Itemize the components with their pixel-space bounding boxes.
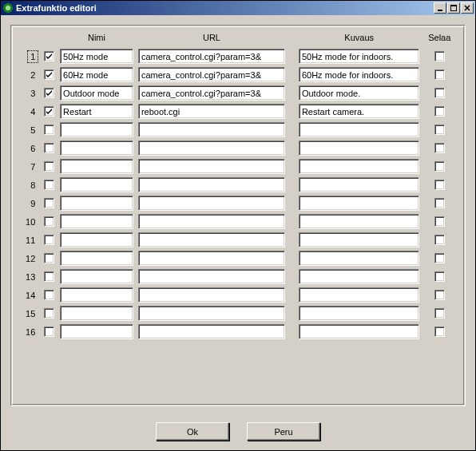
kuvaus-input[interactable] [299,232,420,247]
header-url: URL [136,32,288,47]
kuvaus-input[interactable] [299,214,420,229]
row-number: 16 [23,326,38,338]
url-input[interactable] [138,177,285,192]
nimi-input[interactable] [60,287,133,303]
table-row: 3 [19,84,457,102]
enabled-checkbox[interactable] [44,308,54,318]
enabled-checkbox[interactable] [44,88,54,98]
enabled-checkbox[interactable] [44,143,54,153]
kuvaus-input[interactable] [299,104,420,119]
kuvaus-input[interactable] [299,177,420,192]
selaa-checkbox[interactable] [434,143,445,153]
selaa-checkbox[interactable] [434,51,445,61]
selaa-checkbox[interactable] [434,271,445,282]
enabled-checkbox[interactable] [44,290,54,300]
nimi-input[interactable] [60,140,133,156]
kuvaus-input[interactable] [299,67,420,82]
nimi-input[interactable] [60,159,133,174]
enabled-checkbox[interactable] [44,271,54,282]
url-input[interactable] [138,287,285,303]
enabled-checkbox[interactable] [44,125,54,135]
selaa-checkbox[interactable] [434,253,445,263]
table-row: 15 [19,304,457,322]
url-input[interactable] [138,49,285,64]
url-input[interactable] [138,214,285,229]
content-frame: Nimi URL Kuvaus Selaa 123456789101112131… [10,25,466,406]
row-number: 14 [23,290,38,301]
enabled-checkbox[interactable] [44,106,54,117]
table-row: 1 [19,47,457,65]
url-input[interactable] [138,306,285,321]
url-input[interactable] [138,269,285,284]
table-row: 13 [19,267,457,286]
selaa-checkbox[interactable] [434,161,445,172]
row-number: 8 [28,180,38,191]
enabled-checkbox[interactable] [44,51,54,61]
ok-button[interactable]: Ok [156,422,229,441]
kuvaus-input[interactable] [299,269,420,284]
selaa-checkbox[interactable] [434,308,445,318]
selaa-checkbox[interactable] [434,69,445,80]
kuvaus-input[interactable] [299,196,420,211]
kuvaus-input[interactable] [299,287,420,303]
kuvaus-input[interactable] [299,159,420,174]
url-input[interactable] [138,324,285,339]
enabled-checkbox[interactable] [44,69,54,80]
nimi-input[interactable] [60,251,133,266]
enabled-checkbox[interactable] [44,216,54,227]
kuvaus-input[interactable] [299,251,420,266]
selaa-checkbox[interactable] [434,180,445,190]
nimi-input[interactable] [60,85,133,101]
cancel-button[interactable]: Peru [247,422,320,441]
nimi-input[interactable] [60,104,133,119]
enabled-checkbox[interactable] [44,180,54,190]
close-button[interactable] [461,2,474,14]
minimize-button[interactable] [434,2,446,14]
kuvaus-input[interactable] [299,85,420,101]
nimi-input[interactable] [60,177,133,192]
nimi-input[interactable] [60,214,133,229]
enabled-checkbox[interactable] [44,253,54,263]
kuvaus-input[interactable] [299,140,420,156]
row-number: 1 [28,51,38,62]
nimi-input[interactable] [60,269,133,284]
row-number: 15 [23,308,38,319]
kuvaus-input[interactable] [299,306,420,321]
url-input[interactable] [138,85,285,101]
nimi-input[interactable] [60,49,133,64]
selaa-checkbox[interactable] [434,106,445,117]
nimi-input[interactable] [60,324,133,339]
url-input[interactable] [138,140,285,156]
nimi-input[interactable] [60,67,133,82]
selaa-checkbox[interactable] [434,326,445,337]
enabled-checkbox[interactable] [44,161,54,172]
url-input[interactable] [138,232,285,247]
url-input[interactable] [138,122,285,137]
header-nimi: Nimi [58,32,136,47]
kuvaus-input[interactable] [299,49,420,64]
table-row: 9 [19,194,457,212]
selaa-checkbox[interactable] [434,88,445,98]
selaa-checkbox[interactable] [434,125,445,135]
url-input[interactable] [138,67,285,82]
selaa-checkbox[interactable] [434,290,445,300]
row-number: 5 [28,125,38,136]
selaa-checkbox[interactable] [434,198,445,208]
url-input[interactable] [138,251,285,266]
url-input[interactable] [138,196,285,211]
url-input[interactable] [138,159,285,174]
enabled-checkbox[interactable] [44,235,54,245]
selaa-checkbox[interactable] [434,235,445,245]
nimi-input[interactable] [60,232,133,247]
kuvaus-input[interactable] [299,122,420,137]
enabled-checkbox[interactable] [44,198,54,208]
enabled-checkbox[interactable] [44,326,54,337]
maximize-button[interactable] [447,2,460,14]
nimi-input[interactable] [60,122,133,137]
nimi-input[interactable] [60,306,133,321]
url-input[interactable] [138,104,285,119]
selaa-checkbox[interactable] [434,216,445,227]
kuvaus-input[interactable] [299,324,420,339]
nimi-input[interactable] [60,196,133,211]
row-number: 12 [23,253,38,264]
